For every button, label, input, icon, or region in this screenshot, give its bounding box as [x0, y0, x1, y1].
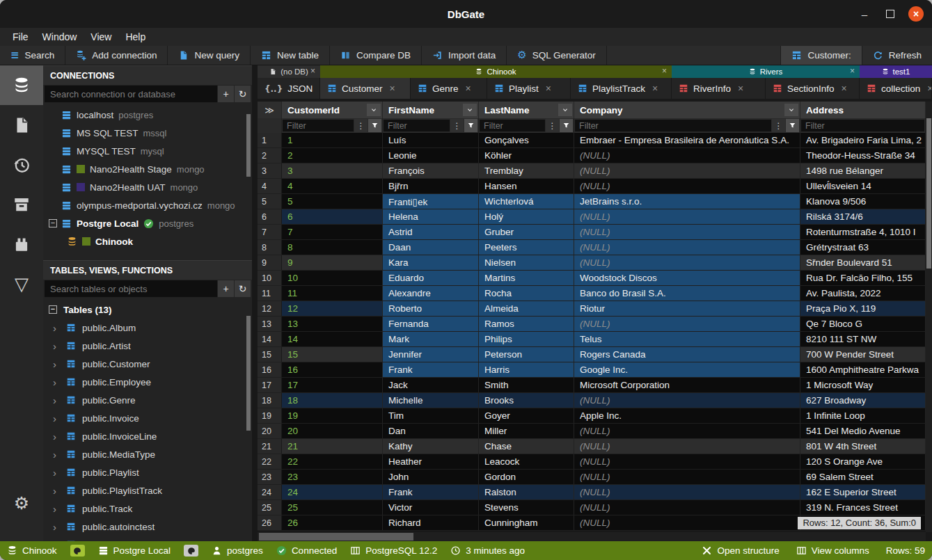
column-header-LastName[interactable]: LastName [479, 102, 574, 118]
close-tab-icon[interactable]: × [390, 83, 395, 94]
table-item[interactable]: › public.MediaType [43, 445, 252, 463]
cell-FirstName[interactable]: Michelle [383, 393, 479, 408]
cell-Address[interactable]: Av. Brigadeiro Faria Lima, 2 [800, 133, 926, 147]
cell-LastName[interactable]: Peterson [479, 347, 574, 362]
search-button[interactable]: ≡Search [0, 46, 65, 65]
cell-Address[interactable]: 319 N. Frances Street [800, 500, 926, 515]
row-number[interactable]: 21 [258, 439, 282, 454]
chevron-right-icon[interactable]: › [53, 413, 60, 424]
row-number[interactable]: 4 [258, 179, 282, 193]
titlebar[interactable]: DbGate – × [0, 0, 932, 28]
cell-Company[interactable]: (NULL) [574, 470, 800, 484]
column-dropdown-button[interactable] [463, 104, 477, 116]
cell-LastName[interactable]: Köhler [479, 148, 574, 163]
column-dropdown-button[interactable] [558, 104, 572, 116]
cell-CustomerId[interactable]: 20 [282, 424, 383, 438]
cell-CustomerId[interactable]: 14 [282, 332, 383, 346]
filter-input-CustomerId[interactable] [283, 120, 354, 131]
tab-genre[interactable]: Genre × [411, 78, 487, 99]
cell-FirstName[interactable]: Helena [383, 209, 479, 224]
filter-input-Company[interactable] [575, 120, 771, 131]
cell-LastName[interactable]: Peeters [479, 240, 574, 255]
rail-archive[interactable] [0, 184, 43, 224]
cell-Company[interactable]: (NULL) [574, 393, 800, 408]
table-item[interactable]: › public.Track [43, 499, 252, 518]
new-query-button[interactable]: New query [168, 46, 251, 65]
close-tab-icon[interactable]: × [546, 83, 551, 94]
cell-CustomerId[interactable]: 2 [282, 148, 383, 163]
table-item[interactable]: › public.autoinctest [43, 518, 252, 536]
tables-search-input[interactable] [45, 280, 217, 297]
collapse-expander-icon[interactable]: − [49, 219, 57, 227]
chevron-right-icon[interactable]: › [53, 503, 60, 515]
table-item[interactable]: › public.booleantest [43, 536, 252, 541]
statusbar-last-refresh[interactable]: 3 minutes ago [450, 545, 525, 556]
close-tab-group-icon[interactable]: × [850, 66, 855, 76]
cell-Address[interactable]: Sřnder Boulevard 51 [800, 255, 926, 270]
chevron-right-icon[interactable]: › [53, 449, 60, 461]
cell-CustomerId[interactable]: 9 [282, 255, 383, 270]
chevron-right-icon[interactable]: › [53, 431, 60, 442]
cell-Address[interactable]: 801 W 4th Street [800, 439, 926, 454]
add-connection-icon[interactable]: + [218, 86, 234, 102]
cell-LastName[interactable]: Martins [479, 271, 574, 285]
table-item[interactable]: › public.Genre [43, 391, 252, 409]
cell-FirstName[interactable]: Luís [383, 133, 479, 147]
row-number[interactable]: 2 [258, 148, 282, 163]
cell-Address[interactable]: 120 S Orange Ave [800, 454, 926, 469]
connections-search-input[interactable] [45, 86, 217, 102]
cell-LastName[interactable]: Almeida [479, 301, 574, 316]
column-header-FirstName[interactable]: FirstName [383, 102, 479, 118]
cell-Address[interactable]: Av. Paulista, 2022 [800, 286, 926, 301]
cell-LastName[interactable]: Nielsen [479, 255, 574, 270]
cell-CustomerId[interactable]: 6 [282, 209, 383, 224]
collapse-expander-icon[interactable]: − [49, 305, 57, 314]
close-tab-icon[interactable]: × [652, 83, 658, 94]
cell-CustomerId[interactable]: 23 [282, 470, 383, 484]
row-number[interactable]: 1 [258, 133, 282, 147]
cell-FirstName[interactable]: Kara [383, 255, 479, 270]
grid-horizontal-scrollbar[interactable] [258, 532, 926, 541]
cell-Company[interactable]: Telus [574, 332, 800, 346]
cell-CustomerId[interactable]: 19 [282, 408, 383, 423]
cell-CustomerId[interactable]: 8 [282, 240, 383, 255]
cell-FirstName[interactable]: Alexandre [383, 286, 479, 301]
rail-history[interactable] [0, 145, 43, 184]
settings-gear-icon[interactable]: ⚙ [0, 489, 43, 517]
chevron-right-icon[interactable]: › [53, 394, 60, 406]
cell-FirstName[interactable]: Jack [383, 378, 479, 392]
cell-FirstName[interactable]: Leonie [383, 148, 479, 163]
cell-CustomerId[interactable]: 26 [282, 515, 383, 530]
cell-Address[interactable]: Qe 7 Bloco G [800, 317, 926, 331]
rail-files[interactable] [0, 105, 43, 145]
cell-FirstName[interactable]: Jennifer [383, 347, 479, 362]
cell-Address[interactable]: Klanova 9/506 [800, 194, 926, 209]
cell-Company[interactable]: (NULL) [574, 240, 800, 255]
statusbar-version[interactable]: PostgreSQL 12.2 [350, 545, 437, 556]
cell-CustomerId[interactable]: 25 [282, 500, 383, 515]
cell-Address[interactable]: 1498 rue Bélanger [800, 163, 926, 178]
cell-LastName[interactable]: Gruber [479, 225, 574, 239]
column-header-Address[interactable]: Address [800, 102, 926, 118]
tab-riverinfo[interactable]: RiverInfo × [672, 78, 766, 99]
cell-FirstName[interactable]: Frank [383, 362, 479, 377]
cell-Company[interactable]: (NULL) [574, 255, 800, 270]
cell-LastName[interactable]: Philips [479, 332, 574, 346]
cell-FirstName[interactable]: Victor [383, 500, 479, 515]
cell-CustomerId[interactable]: 24 [282, 485, 383, 499]
close-tab-group-icon[interactable]: × [310, 66, 315, 76]
row-number[interactable]: 12 [258, 301, 282, 316]
MS SQL TEST[interactable]: MS SQL TEST mssql [43, 124, 252, 142]
cell-Address[interactable]: Ullevĺlsveien 14 [800, 179, 926, 193]
tab-customer[interactable]: Customer × [320, 78, 411, 99]
statusbar-database[interactable]: Chinook [7, 545, 57, 556]
cell-CustomerId[interactable]: 17 [282, 378, 383, 392]
row-number[interactable]: 9 [258, 255, 282, 270]
cell-Company[interactable]: (NULL) [574, 500, 800, 515]
cell-CustomerId[interactable]: 11 [282, 286, 383, 301]
filter-input-FirstName[interactable] [384, 120, 450, 131]
cell-Company[interactable]: Microsoft Corporation [574, 378, 800, 392]
row-number[interactable]: 16 [258, 362, 282, 377]
cell-Company[interactable]: Banco do Brasil S.A. [574, 286, 800, 301]
cell-LastName[interactable]: Holý [479, 209, 574, 224]
